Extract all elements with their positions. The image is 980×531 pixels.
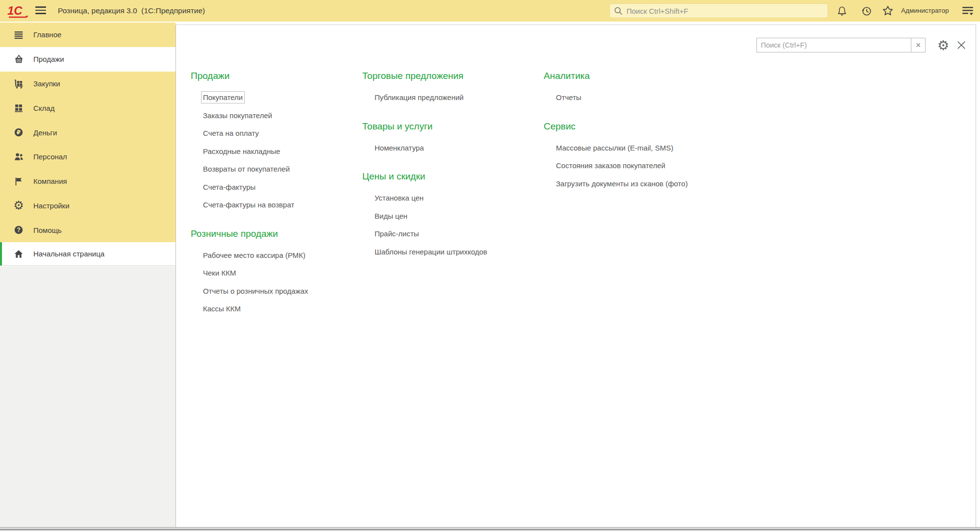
command-link[interactable]: Расходные накладные (203, 147, 280, 155)
notifications-bell-icon[interactable] (835, 0, 848, 22)
command-link-row: Номенклатура (362, 139, 531, 157)
command-link-row: Возвраты от покупателей (191, 160, 360, 178)
command-section: Товары и услугиНоменклатура (362, 120, 531, 157)
basket-icon (12, 53, 25, 65)
section-title: Розничные продажи (191, 227, 360, 241)
home-icon (12, 248, 25, 260)
command-link[interactable]: Счета-фактуры (203, 183, 255, 191)
command-link[interactable]: Загрузить документы из сканов (фото) (556, 179, 688, 188)
command-link[interactable]: Возвраты от покупателей (203, 165, 290, 173)
favorites-star-icon[interactable] (881, 0, 894, 22)
panel-settings-gear-icon[interactable]: ⚙ (935, 37, 952, 53)
command-link-row: Массовые рассылки (E-mail, SMS) (544, 139, 713, 157)
sidebar-item-kompaniya[interactable]: Компания (0, 169, 176, 194)
command-section: Торговые предложенияПубликация предложен… (362, 69, 531, 107)
command-link[interactable]: Публикация предложений (375, 93, 464, 101)
command-link[interactable]: Номенклатура (375, 144, 424, 152)
ruble-icon: ₽ (12, 126, 25, 138)
service-menu-icon[interactable] (961, 0, 974, 22)
cart-icon (12, 77, 25, 89)
sidebar-item-glavnoe[interactable]: Главное (0, 23, 176, 47)
global-search-input[interactable] (627, 7, 813, 15)
pallet-icon (12, 102, 25, 114)
sidebar-item-dengi[interactable]: ₽ Деньги (0, 120, 176, 145)
sidebar-item-label: Персонал (33, 152, 67, 161)
search-icon (614, 6, 623, 16)
command-link-row: Прайс-листы (362, 225, 531, 243)
command-link-row: Чеки ККМ (191, 264, 360, 282)
svg-text:₽: ₽ (17, 129, 21, 136)
sidebar-item-personal[interactable]: Персонал (0, 145, 176, 169)
command-link[interactable]: Покупатели (203, 93, 243, 101)
sidebar-item-prodazhi[interactable]: Продажи (0, 47, 176, 72)
command-link[interactable]: Счета-фактуры на возврат (203, 201, 294, 209)
command-link[interactable]: Массовые рассылки (E-mail, SMS) (556, 144, 673, 152)
command-link-row: Загрузить документы из сканов (фото) (544, 175, 713, 193)
section-title: Товары и услуги (362, 120, 531, 133)
command-link[interactable]: Счета на оплату (203, 129, 259, 137)
command-link[interactable]: Установка цен (375, 194, 424, 202)
command-link[interactable]: Кассы ККМ (203, 304, 241, 313)
sidebar-item-zakupki[interactable]: Закупки (0, 72, 176, 96)
sidebar-item-label: Склад (33, 104, 54, 112)
command-section: Цены и скидкиУстановка ценВиды ценПрайс-… (362, 170, 531, 261)
clear-search-button[interactable]: × (911, 38, 926, 52)
command-column: ПродажиПокупателиЗаказы покупателейСчета… (191, 69, 360, 331)
sidebar-item-label: Компания (33, 177, 67, 185)
command-link[interactable]: Состояния заказов покупателей (556, 161, 665, 170)
svg-text:1С: 1С (7, 4, 23, 17)
section-title: Аналитика (544, 69, 713, 83)
sidebar-item-label: Настройки (33, 202, 70, 210)
people-icon (12, 151, 25, 163)
command-link-row: Покупатели (191, 89, 360, 107)
app-title: Розница, редакция 3.0 (1С:Предприятие) (58, 0, 205, 22)
gear-icon: ⚙ (12, 200, 25, 211)
sidebar-item-pomosch[interactable]: ? Помощь (0, 218, 176, 242)
sidebar-item-nastroyki[interactable]: ⚙ Настройки (0, 193, 176, 218)
command-link-row: Счета-фактуры (191, 178, 360, 197)
command-section: ПродажиПокупателиЗаказы покупателейСчета… (191, 69, 360, 214)
global-search (609, 3, 828, 18)
command-link[interactable]: Виды цен (375, 212, 407, 220)
command-link[interactable]: Прайс-листы (375, 229, 419, 238)
history-icon[interactable] (860, 0, 873, 22)
svg-text:?: ? (17, 227, 21, 234)
command-link-row: Публикация предложений (362, 89, 531, 107)
panel-search-input[interactable] (756, 38, 911, 52)
section-title: Продажи (191, 69, 360, 83)
section-title: Сервис (544, 120, 713, 133)
sidebar-item-label: Деньги (33, 128, 57, 137)
sidebar: Главное Продажи (0, 23, 176, 242)
section-title: Торговые предложения (362, 69, 531, 83)
sidebar-item-label: Помощь (33, 226, 62, 234)
command-link-row: Кассы ККМ (191, 300, 360, 318)
command-link-row: Расходные накладные (191, 143, 360, 161)
command-link[interactable]: Рабочее место кассира (РМК) (203, 251, 305, 259)
home-tab-label: Начальная страница (33, 250, 104, 258)
command-link-row: Виды цен (362, 207, 531, 226)
current-user[interactable]: Администратор (901, 0, 949, 22)
command-section: СервисМассовые рассылки (E-mail, SMS)Сос… (544, 120, 713, 193)
command-link-row: Отчеты (544, 89, 713, 107)
command-link[interactable]: Чеки ККМ (203, 269, 236, 277)
home-page-tab[interactable]: Начальная страница (0, 242, 176, 266)
command-link-row: Счета на оплату (191, 125, 360, 143)
command-link-row: Шаблоны генерации штрихкодов (362, 243, 531, 261)
list-icon (12, 29, 25, 41)
command-link-row: Состояния заказов покупателей (544, 157, 713, 175)
topbar: 1С Розница, редакция 3.0 (1С:Предприятие… (0, 0, 980, 22)
main-menu-icon[interactable] (35, 6, 46, 15)
command-link-row: Рабочее место кассира (РМК) (191, 247, 360, 265)
panel-close-icon[interactable] (955, 39, 967, 51)
application-window: 1С Розница, редакция 3.0 (1С:Предприятие… (0, 0, 980, 531)
section-panel: × ⚙ ПродажиПокупателиЗаказы покупателейС… (176, 25, 976, 527)
flag-icon (12, 176, 25, 187)
sidebar-item-sklad[interactable]: Склад (0, 96, 176, 120)
command-link[interactable]: Отчеты (556, 93, 581, 101)
command-section: АналитикаОтчеты (544, 69, 713, 107)
command-link[interactable]: Шаблоны генерации штрихкодов (375, 248, 487, 256)
command-link[interactable]: Заказы покупателей (203, 111, 272, 120)
command-link[interactable]: Отчеты о розничных продажах (203, 287, 308, 295)
sidebar-lower-area (0, 266, 176, 527)
section-title: Цены и скидки (362, 170, 531, 183)
